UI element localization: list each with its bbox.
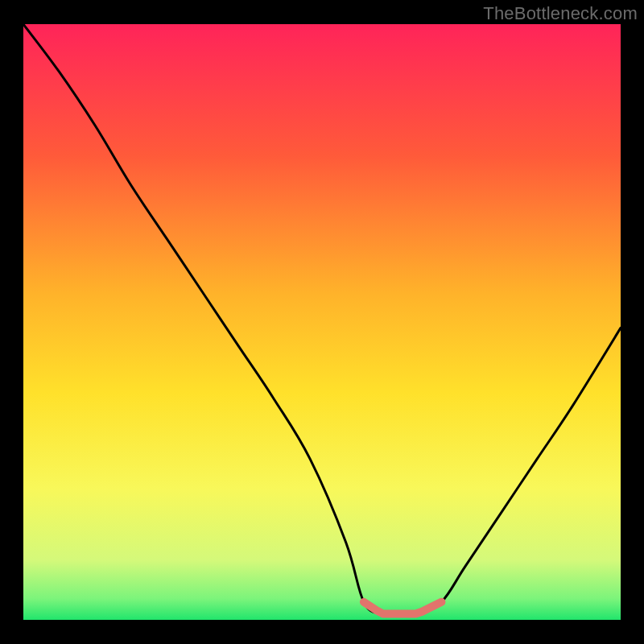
plot-area bbox=[23, 24, 621, 620]
watermark-text: TheBottleneck.com bbox=[483, 3, 638, 24]
chart-svg bbox=[23, 24, 621, 620]
chart-frame: TheBottleneck.com bbox=[0, 0, 644, 644]
gradient-background bbox=[23, 24, 621, 620]
